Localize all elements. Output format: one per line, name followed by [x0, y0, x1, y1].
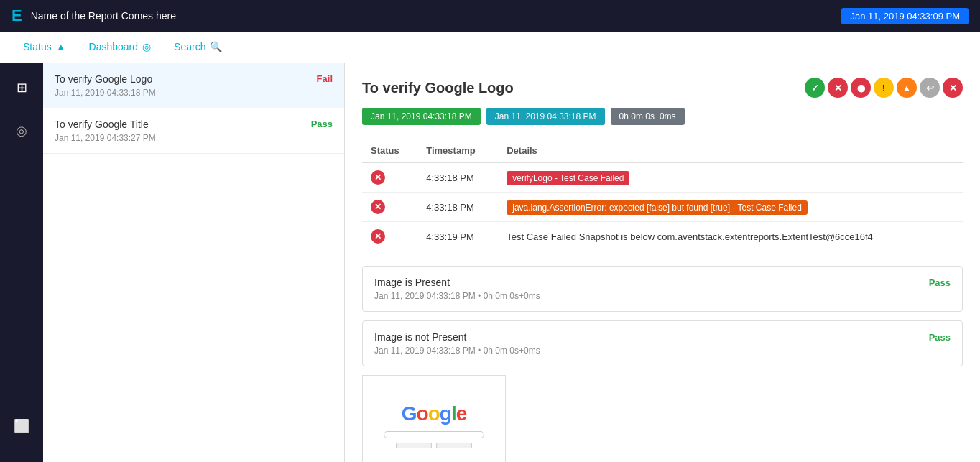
- nav-item-dashboard[interactable]: Dashboard ◎: [78, 32, 163, 63]
- action-btn-red1[interactable]: ✕: [828, 78, 848, 98]
- row-timestamp: 4:33:18 PM: [417, 162, 498, 193]
- google-logo-text: Google: [402, 402, 466, 425]
- sidebar-icon-expand[interactable]: ⬜: [9, 413, 34, 439]
- google-buttons-mockup: [396, 443, 472, 448]
- action-btn-red2[interactable]: ⬤: [851, 78, 871, 98]
- nav-item-search[interactable]: Search 🔍: [162, 32, 234, 63]
- row-details: java.lang.AssertionError: expected [fals…: [498, 193, 963, 222]
- main-layout: ⊞ ◎ ⬜ To verify Google Logo Fail Jan 11,…: [0, 63, 980, 462]
- table-row: ✕ 4:33:18 PM java.lang.AssertionError: e…: [362, 193, 963, 222]
- nav-item-status[interactable]: Status ▲: [11, 32, 78, 63]
- google-btn2: [436, 443, 472, 448]
- action-icons: ✓ ✕ ⬤ ! ▲ ↩ ✕: [805, 78, 963, 98]
- action-btn-orange[interactable]: ▲: [897, 78, 917, 98]
- ts-start-badge: Jan 11, 2019 04:33:18 PM: [362, 108, 481, 125]
- ts-duration-badge: 0h 0m 0s+0ms: [611, 108, 685, 125]
- status-label: Status: [23, 41, 52, 52]
- detail-table: Status Timestamp Details ✕ 4:33:18 PM ve…: [362, 139, 963, 251]
- subtest-header: Image is not Present Pass: [374, 331, 951, 343]
- dashboard-icon: ◎: [142, 41, 151, 52]
- action-btn-gray[interactable]: ↩: [920, 78, 940, 98]
- top-bar-left: E Name of the Report Comes here: [11, 6, 176, 25]
- error-icon: ✕: [371, 170, 385, 185]
- action-btn-green[interactable]: ✓: [805, 78, 825, 98]
- nav-bar: Status ▲ Dashboard ◎ Search 🔍: [0, 32, 980, 63]
- col-details: Details: [498, 139, 963, 162]
- detail-title: To verify Google Logo: [362, 80, 514, 96]
- row-status: ✕: [362, 162, 417, 193]
- test-list-item[interactable]: To verify Google Title Pass Jan 11, 2019…: [43, 108, 344, 154]
- row-timestamp: 4:33:19 PM: [417, 222, 498, 251]
- status-icon: ▲: [56, 41, 66, 52]
- col-timestamp: Timestamp: [417, 139, 498, 162]
- top-bar-datetime: Jan 11, 2019 04:33:09 PM: [841, 8, 969, 24]
- sidebar-icon-target[interactable]: ◎: [9, 118, 34, 144]
- test-status-badge: Pass: [311, 119, 333, 129]
- screenshot-area: Google: [362, 375, 506, 462]
- action-btn-close[interactable]: ✕: [943, 78, 963, 98]
- timestamp-row: Jan 11, 2019 04:33:18 PM Jan 11, 2019 04…: [362, 108, 963, 125]
- test-item-date: Jan 11, 2019 04:33:27 PM: [55, 133, 333, 143]
- row-status: ✕: [362, 193, 417, 222]
- detail-panel: To verify Google Logo ✓ ✕ ⬤ ! ▲ ↩ ✕ Jan …: [345, 63, 980, 462]
- table-row: ✕ 4:33:18 PM verifyLogo - Test Case Fail…: [362, 162, 963, 193]
- google-search-bar-mockup: [384, 431, 484, 438]
- test-item-name: To verify Google Title: [55, 119, 149, 130]
- subtest-meta: Jan 11, 2019 04:33:18 PM • 0h 0m 0s+0ms: [374, 346, 951, 356]
- sidebar-icon-grid[interactable]: ⊞: [9, 75, 34, 101]
- subtest-name: Image is Present: [374, 277, 450, 288]
- dashboard-label: Dashboard: [89, 41, 139, 52]
- subtest-header: Image is Present Pass: [374, 277, 951, 288]
- google-screenshot-mockup: Google: [369, 382, 499, 462]
- search-icon: 🔍: [210, 41, 222, 52]
- subtest-status: Pass: [929, 277, 951, 288]
- top-bar: E Name of the Report Comes here Jan 11, …: [0, 0, 980, 32]
- subtest-card: Image is Present Pass Jan 11, 2019 04:33…: [362, 266, 963, 312]
- test-list-panel: To verify Google Logo Fail Jan 11, 2019 …: [43, 63, 345, 462]
- detail-badge: java.lang.AssertionError: expected [fals…: [507, 200, 808, 215]
- error-icon: ✕: [371, 229, 385, 244]
- subtest-card: Image is not Present Pass Jan 11, 2019 0…: [362, 320, 963, 366]
- subtest-status: Pass: [929, 332, 951, 343]
- error-icon: ✕: [371, 200, 385, 214]
- row-timestamp: 4:33:18 PM: [417, 193, 498, 222]
- subtest-meta: Jan 11, 2019 04:33:18 PM • 0h 0m 0s+0ms: [374, 291, 951, 301]
- sidebar-icons: ⊞ ◎ ⬜: [0, 63, 43, 462]
- ts-end-badge: Jan 11, 2019 04:33:18 PM: [486, 108, 605, 125]
- test-item-header: To verify Google Logo Fail: [55, 73, 333, 85]
- test-status-badge: Fail: [317, 73, 333, 84]
- detail-title-row: To verify Google Logo ✓ ✕ ⬤ ! ▲ ↩ ✕: [362, 78, 963, 98]
- report-title: Name of the Report Comes here: [31, 10, 176, 22]
- test-item-date: Jan 11, 2019 04:33:18 PM: [55, 88, 333, 98]
- row-details: Test Case Failed Snapshot is below com.a…: [498, 222, 963, 251]
- row-details: verifyLogo - Test Case Failed: [498, 162, 963, 193]
- app-logo-icon: E: [11, 6, 22, 25]
- table-row: ✕ 4:33:19 PM Test Case Failed Snapshot i…: [362, 222, 963, 251]
- row-status: ✕: [362, 222, 417, 251]
- col-status: Status: [362, 139, 417, 162]
- search-label: Search: [174, 41, 205, 52]
- test-item-name: To verify Google Logo: [55, 73, 152, 85]
- google-btn1: [396, 443, 432, 448]
- action-btn-yellow[interactable]: !: [874, 78, 894, 98]
- test-list-item[interactable]: To verify Google Logo Fail Jan 11, 2019 …: [43, 63, 344, 108]
- test-item-header: To verify Google Title Pass: [55, 119, 333, 130]
- detail-badge: verifyLogo - Test Case Failed: [507, 171, 629, 185]
- subtest-name: Image is not Present: [374, 331, 466, 343]
